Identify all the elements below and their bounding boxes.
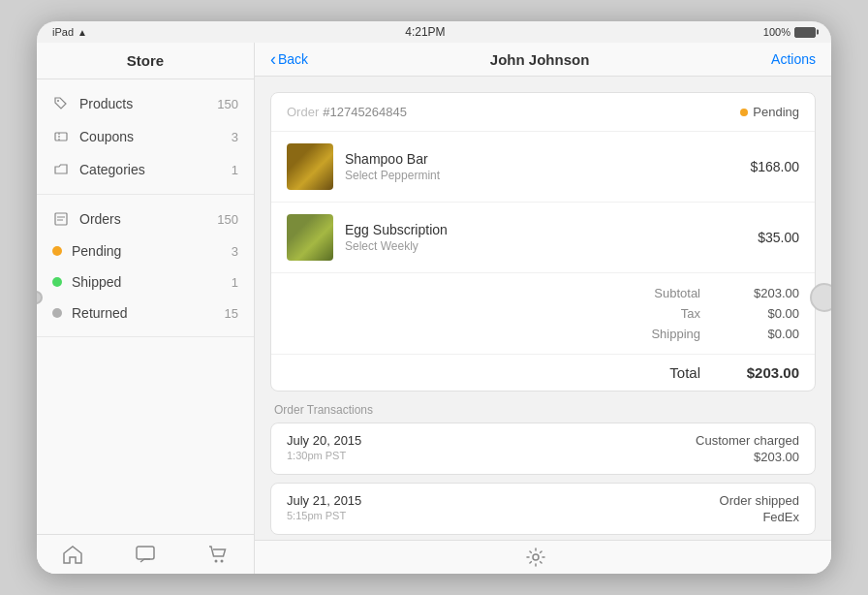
product-info-egg: Egg Subscription Select Weekly: [345, 222, 746, 253]
shipped-label: Shipped: [72, 274, 232, 290]
sidebar-item-shipped[interactable]: Shipped 1: [37, 266, 254, 298]
product-image-shampoo: [287, 143, 333, 190]
main-content: Store Products 150: [37, 43, 831, 574]
right-tab-bar: [255, 540, 831, 574]
battery-percent: 100%: [763, 26, 790, 38]
content-scroll[interactable]: Order#12745264845 Pending Shampoo Bar Se…: [255, 77, 831, 540]
device-label: iPad: [52, 26, 74, 38]
tax-label: Tax: [642, 306, 700, 321]
transaction-2-value: FedEx: [720, 510, 799, 524]
status-left: iPad ▲: [52, 26, 87, 38]
total-label: Total: [642, 364, 700, 381]
order-header: Order#12745264845 Pending: [271, 93, 815, 132]
shipping-label: Shipping: [642, 327, 700, 341]
total-final-row: Total $203.00: [271, 355, 815, 391]
sidebar-item-orders[interactable]: Orders 150: [37, 203, 254, 235]
order-number-label: Order: [287, 105, 319, 119]
sidebar-item-products[interactable]: Products 150: [37, 87, 254, 120]
time-display: 4:21PM: [405, 25, 445, 39]
returned-label: Returned: [72, 305, 225, 321]
transaction-2-time: 5:15pm PST: [287, 510, 361, 521]
subtotal-row: Subtotal $203.00: [287, 283, 799, 303]
transaction-2-date: July 21, 2015: [287, 493, 361, 508]
tab-settings[interactable]: [255, 547, 816, 568]
svg-rect-3: [55, 213, 67, 225]
total-value: $203.00: [731, 364, 799, 381]
back-label: Back: [278, 51, 308, 67]
subtotal-label: Subtotal: [642, 286, 700, 300]
back-button[interactable]: Back: [270, 50, 308, 68]
returned-dot: [52, 308, 62, 318]
sidebar-item-categories[interactable]: Categories 1: [37, 153, 254, 186]
wifi-icon: ▲: [78, 27, 87, 38]
svg-point-0: [57, 100, 59, 102]
device-frame: iPad ▲ 4:21PM 100% Store: [37, 21, 831, 574]
svg-rect-1: [55, 133, 67, 141]
returned-count: 15: [225, 306, 238, 321]
actions-button[interactable]: Actions: [771, 51, 816, 67]
transactions-section: Order Transactions July 20, 2015 1:30pm …: [270, 403, 816, 535]
product-name-shampoo: Shampoo Bar: [345, 151, 738, 167]
transactions-header: Order Transactions: [270, 403, 816, 417]
product-name-egg: Egg Subscription: [345, 222, 746, 237]
order-status: Pending: [740, 105, 799, 119]
pending-count: 3: [232, 244, 238, 259]
sidebar-catalog-section: Products 150 Coupons 3: [37, 79, 254, 195]
chevron-left-icon: [270, 50, 276, 68]
orders-icon: [52, 210, 70, 228]
shipping-row: Shipping $0.00: [287, 324, 799, 344]
sidebar: Store Products 150: [37, 43, 255, 574]
product-row-shampoo[interactable]: Shampoo Bar Select Peppermint $168.00: [271, 132, 815, 203]
sidebar-item-pending[interactable]: Pending 3: [37, 235, 254, 266]
tab-messages[interactable]: [109, 541, 182, 568]
product-row-egg[interactable]: Egg Subscription Select Weekly $35.00: [271, 203, 815, 273]
products-label: Products: [79, 96, 217, 111]
battery-icon: [794, 27, 816, 38]
transaction-item-2[interactable]: July 21, 2015 5:15pm PST Order shipped F…: [270, 483, 816, 535]
coupons-count: 3: [232, 130, 238, 144]
product-price-shampoo: $168.00: [750, 159, 799, 174]
transaction-1-left: July 20, 2015 1:30pm PST: [287, 433, 361, 461]
sidebar-orders-section: Orders 150 Pending 3 Shipped 1 Returned …: [37, 195, 254, 337]
shipped-dot: [52, 277, 62, 287]
tax-value: $0.00: [731, 306, 799, 321]
orders-label: Orders: [79, 211, 217, 227]
transaction-item-1[interactable]: July 20, 2015 1:30pm PST Customer charge…: [270, 423, 816, 475]
coupons-label: Coupons: [79, 129, 232, 144]
tab-cart[interactable]: [181, 541, 254, 568]
status-label: Pending: [753, 105, 799, 119]
pending-dot: [52, 246, 62, 256]
transaction-2-label: Order shipped: [720, 493, 799, 508]
transaction-2-left: July 21, 2015 5:15pm PST: [287, 493, 361, 521]
product-variant-egg: Select Weekly: [345, 239, 746, 253]
sidebar-item-returned[interactable]: Returned 15: [37, 298, 254, 329]
status-pending-dot: [740, 109, 748, 116]
products-count: 150: [217, 97, 238, 111]
totals-section: Subtotal $203.00 Tax $0.00 Shipping $0.0…: [271, 273, 815, 355]
transaction-1-value: $203.00: [696, 450, 799, 464]
sidebar-item-coupons[interactable]: Coupons 3: [37, 120, 254, 153]
transaction-2-right: Order shipped FedEx: [720, 493, 799, 524]
svg-rect-6: [137, 547, 154, 559]
svg-point-9: [533, 554, 539, 560]
product-info-shampoo: Shampoo Bar Select Peppermint: [345, 151, 738, 182]
categories-count: 1: [232, 163, 238, 177]
shipped-count: 1: [232, 275, 238, 290]
svg-point-8: [220, 560, 223, 563]
tag-icon: [52, 95, 70, 112]
nav-title: John Johnson: [308, 51, 771, 68]
product-price-egg: $35.00: [758, 230, 799, 245]
right-panel: Back John Johnson Actions Order#12745264…: [255, 43, 831, 574]
tab-home[interactable]: [37, 541, 109, 568]
orders-count: 150: [217, 212, 238, 227]
order-number-value: #12745264845: [323, 105, 407, 119]
tax-row: Tax $0.00: [287, 303, 799, 324]
sidebar-title: Store: [37, 43, 254, 79]
nav-bar: Back John Johnson Actions: [255, 43, 831, 77]
subtotal-value: $203.00: [731, 286, 799, 300]
order-number: Order#12745264845: [287, 105, 407, 119]
side-button-right[interactable]: [810, 283, 831, 312]
sidebar-tab-bar: [37, 534, 254, 574]
transaction-1-date: July 20, 2015: [287, 433, 361, 448]
categories-label: Categories: [79, 162, 232, 177]
